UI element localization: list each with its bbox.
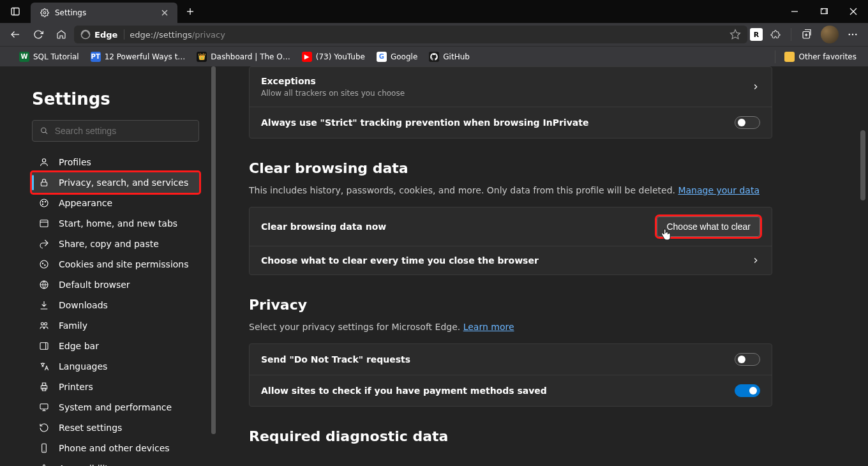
bookmark-item[interactable]: PT12 Powerful Ways t… [86,49,191,64]
sidebar-item-languages[interactable]: Languages [32,356,199,377]
sidebar-item-share[interactable]: Share, copy and paste [32,234,199,254]
new-tab-button[interactable] [177,0,203,23]
app-menu-button[interactable] [842,26,863,43]
maximize-icon [820,8,828,15]
clear-now-row: Clear browsing data now Choose what to c… [250,207,772,246]
row-title: Clear browsing data now [261,222,649,232]
tab-actions-icon [10,6,20,17]
minimize-icon [791,8,798,15]
sidebar-item-edgebar[interactable]: Edge bar [32,336,199,356]
learn-more-link[interactable]: Learn more [463,322,514,332]
sidebar-item-phone[interactable]: Phone and other devices [32,438,199,458]
sidebar-item-profiles[interactable]: Profiles [32,152,199,172]
sidebar-item-reset[interactable]: Reset settings [32,417,199,438]
svg-rect-39 [42,383,45,386]
sidebar-item-start[interactable]: Start, home, and new tabs [32,213,199,234]
home-button[interactable] [51,26,71,43]
url-box[interactable]: Edge edge://settings/privacy [74,26,747,43]
search-icon [40,126,49,135]
window-close-button[interactable] [839,0,868,23]
bookmark-label: (73) YouTube [316,52,365,61]
bookmark-label: SQL Tutorial [33,52,79,61]
bookmark-item[interactable]: 👑Dashboard | The O… [191,49,295,64]
sidebar-item-privacy[interactable]: Privacy, search, and services [32,172,199,193]
payment-check-row: Allow sites to check if you have payment… [250,375,772,406]
url-path-sub: /privacy [192,30,225,40]
browser-tab[interactable]: Settings [31,3,177,23]
scrollbar-thumb[interactable] [860,130,865,200]
search-input[interactable] [55,126,191,136]
addressbar: Edge edge://settings/privacy R [0,23,868,46]
browser-icon [38,280,50,290]
scrollbar-thumb[interactable] [211,66,216,434]
close-icon [849,8,857,15]
tab-close-button[interactable] [160,8,170,18]
svg-point-18 [852,34,853,35]
lock-icon [38,177,50,188]
favicon: G [377,52,387,62]
window-maximize-button[interactable] [809,0,839,23]
clear-on-close-row[interactable]: Choose what to clear every time you clos… [250,246,772,274]
exceptions-row[interactable]: Exceptions Allow all trackers on sites y… [250,67,772,107]
url-path-main: edge://settings [130,30,191,40]
extensions-button[interactable] [765,26,786,43]
settings-main: Exceptions Allow all trackers on sites y… [217,66,868,466]
other-favorites[interactable]: Other favorites [779,49,862,64]
back-button[interactable] [5,26,26,43]
sidebar-item-system[interactable]: System and performance [32,397,199,417]
content-scrollbar[interactable] [858,66,868,466]
search-box[interactable] [32,120,199,142]
svg-point-35 [45,322,47,325]
extension-r-button[interactable]: R [750,28,763,41]
choose-what-to-clear-button[interactable]: Choose what to clear [657,216,760,237]
avatar [821,26,839,43]
payment-toggle[interactable] [735,384,760,397]
profile-button[interactable] [819,26,840,43]
strict-tracking-toggle[interactable] [735,116,760,129]
window-minimize-button[interactable] [780,0,809,23]
privacy-heading: Privacy [249,297,868,313]
dnt-row: Send "Do Not Track" requests [250,344,772,375]
sidebar-item-printers[interactable]: Printers [32,377,199,397]
folder-icon [784,52,795,62]
sidebar-item-appearance[interactable]: Appearance [32,193,199,213]
sidebar-item-label: Cookies and site permissions [59,259,189,269]
row-title: Always use "Strict" tracking prevention … [261,117,727,128]
toggle-knob [738,356,745,363]
sidebar-item-label: Edge bar [59,341,99,351]
dnt-toggle[interactable] [735,353,760,366]
row-title: Send "Do Not Track" requests [261,354,727,365]
chevron-right-icon [751,256,760,265]
svg-point-19 [855,34,857,35]
desc-text: Select your privacy settings for Microso… [249,322,463,332]
plus-icon [186,8,194,15]
sidebar-item-default-browser[interactable]: Default browser [32,274,199,295]
sidebar-scrollbar[interactable] [211,66,216,466]
cookie-icon [38,259,50,269]
favorite-button[interactable] [730,29,741,40]
sidebar-item-label: Privacy, search, and services [59,177,188,188]
system-icon [38,402,50,412]
bookmark-item[interactable]: GGoogle [371,49,423,64]
sidebar-item-label: Appearance [59,198,112,208]
manage-data-link[interactable]: Manage your data [678,185,760,195]
svg-marker-13 [731,30,740,39]
toggle-knob [738,119,745,126]
sidebar-item-cookies[interactable]: Cookies and site permissions [32,254,199,274]
bookmark-item[interactable]: GitHub [424,49,475,64]
svg-rect-40 [42,388,45,391]
bookmark-item[interactable]: ▶(73) YouTube [297,49,370,64]
sidebar-item-label: Phone and other devices [59,443,170,453]
svg-rect-36 [40,343,48,350]
svg-point-25 [42,201,43,202]
collections-icon [801,29,812,40]
sidebar-item-accessibility[interactable]: Accessibility [32,458,199,466]
titlebar: Settings [0,0,868,23]
site-identity[interactable]: Edge [80,29,124,40]
sidebar-item-downloads[interactable]: Downloads [32,295,199,315]
refresh-button[interactable] [28,26,49,43]
collections-button[interactable] [797,26,817,43]
tab-actions-button[interactable] [0,0,31,23]
bookmark-item[interactable]: WSQL Tutorial [14,49,84,64]
sidebar-item-family[interactable]: Family [32,315,199,336]
